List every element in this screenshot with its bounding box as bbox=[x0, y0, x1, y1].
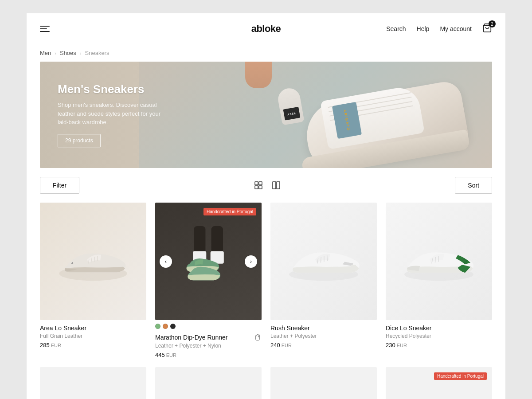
product-name: Area Lo Sneaker bbox=[40, 325, 146, 332]
color-swatches bbox=[155, 324, 262, 329]
svg-rect-22 bbox=[351, 265, 356, 270]
hero-cta-button[interactable]: 29 products bbox=[58, 134, 101, 147]
product-price: 230EUR bbox=[386, 342, 492, 348]
filter-button[interactable]: Filter bbox=[40, 177, 79, 194]
svg-rect-5 bbox=[273, 182, 276, 189]
card-prev-button[interactable]: ‹ bbox=[160, 255, 172, 268]
product-grid: A Area Lo Sneaker Full Grain Leather 285… bbox=[27, 203, 505, 399]
toolbar: Filter Sort bbox=[27, 168, 505, 203]
product-image-wrapper-partial bbox=[155, 367, 262, 399]
help-link[interactable]: Help bbox=[417, 25, 430, 32]
breadcrumb-sep-2: › bbox=[80, 51, 82, 56]
sort-button[interactable]: Sort bbox=[455, 177, 492, 194]
product-material: Leather + Polyester + Nylon bbox=[155, 343, 262, 349]
product-image-wrapper: Handcrafted in Portugal ‹ › bbox=[155, 203, 262, 320]
breadcrumb-men[interactable]: Men bbox=[40, 50, 51, 56]
svg-rect-3 bbox=[255, 186, 258, 189]
product-image-rush bbox=[282, 237, 366, 286]
product-image-wrapper bbox=[270, 203, 377, 320]
product-card[interactable]: Handcrafted in Portugal bbox=[386, 367, 492, 399]
cart-badge: 2 bbox=[489, 20, 496, 27]
svg-line-19 bbox=[321, 257, 321, 262]
svg-text:A: A bbox=[71, 261, 74, 265]
breadcrumb: Men › Shoes › Sneakers bbox=[27, 44, 505, 62]
view-toggle bbox=[251, 178, 283, 192]
product-name: Marathon Dip-Dye Runner bbox=[155, 333, 262, 341]
breadcrumb-sneakers: Sneakers bbox=[85, 50, 110, 56]
sneaker-logo: AXEL bbox=[287, 112, 297, 116]
partial-badge: Handcrafted in Portugal bbox=[434, 372, 487, 380]
product-name: Rush Sneaker bbox=[270, 325, 377, 332]
product-image-wrapper-partial bbox=[270, 367, 377, 399]
product-card[interactable]: Dice Lo Sneaker Recycled Polyester 230EU… bbox=[386, 203, 492, 358]
product-material: Full Grain Leather bbox=[40, 333, 146, 339]
product-card[interactable]: Handcrafted in Portugal ‹ › bbox=[155, 203, 262, 358]
grid-4-icon bbox=[254, 181, 262, 189]
menu-icon[interactable] bbox=[40, 26, 50, 32]
product-price: 445EUR bbox=[155, 352, 262, 358]
wishlist-icon bbox=[254, 333, 262, 341]
grid-2-view-button[interactable] bbox=[269, 178, 283, 192]
product-info: Area Lo Sneaker Full Grain Leather 285EU… bbox=[40, 320, 146, 348]
product-image-wrapper bbox=[386, 203, 492, 320]
arigato-text: ARIGATO bbox=[343, 109, 351, 132]
header: abloke Search Help My account 2 bbox=[27, 13, 505, 44]
sneaker-logo-tag: AXEL bbox=[283, 107, 301, 121]
product-image-dice bbox=[397, 237, 481, 286]
product-card[interactable] bbox=[40, 367, 146, 399]
product-info: Dice Lo Sneaker Recycled Polyester 230EU… bbox=[386, 320, 492, 348]
svg-line-25 bbox=[435, 257, 435, 262]
hero-banner: ARIGATO AXEL Men's Sneakers Shop men's s… bbox=[40, 62, 492, 168]
breadcrumb-sep-1: › bbox=[55, 51, 56, 56]
product-image-wrapper: A bbox=[40, 203, 146, 320]
svg-rect-2 bbox=[259, 182, 262, 185]
product-card[interactable] bbox=[270, 367, 377, 399]
swatch[interactable] bbox=[170, 324, 176, 329]
sneaker-tongue: AXEL bbox=[276, 86, 304, 125]
header-right: Search Help My account 2 bbox=[386, 23, 492, 35]
product-name: Dice Lo Sneaker bbox=[386, 325, 492, 332]
product-material: Leather + Polyester bbox=[270, 333, 377, 339]
hero-title: Men's Sneakers bbox=[58, 82, 164, 96]
product-badge: Handcrafted in Portugal bbox=[203, 208, 256, 215]
svg-rect-4 bbox=[259, 186, 262, 189]
cart-icon-wrapper[interactable]: 2 bbox=[482, 23, 492, 35]
grid-2-icon bbox=[272, 181, 280, 189]
product-info: Marathon Dip-Dye Runner Leather + Polyes… bbox=[155, 329, 262, 358]
hero-hand bbox=[245, 62, 272, 88]
grid-4-view-button[interactable] bbox=[251, 178, 266, 192]
swatch[interactable] bbox=[155, 324, 160, 329]
hero-description: Shop men's sneakers. Discover casual lea… bbox=[58, 101, 164, 127]
product-card[interactable]: A Area Lo Sneaker Full Grain Leather 285… bbox=[40, 203, 146, 358]
svg-line-21 bbox=[327, 255, 328, 261]
breadcrumb-shoes[interactable]: Shoes bbox=[60, 50, 76, 56]
product-card[interactable] bbox=[155, 367, 262, 399]
product-material: Recycled Polyester bbox=[386, 333, 492, 339]
svg-rect-1 bbox=[255, 182, 258, 185]
search-link[interactable]: Search bbox=[386, 25, 406, 32]
svg-line-10 bbox=[94, 257, 95, 262]
product-price: 240EUR bbox=[270, 342, 377, 348]
product-image-wrapper-partial: Handcrafted in Portugal bbox=[386, 367, 492, 399]
product-image-marathon bbox=[171, 226, 246, 297]
logo[interactable]: abloke bbox=[251, 23, 281, 35]
product-price: 285EUR bbox=[40, 342, 146, 348]
card-next-button[interactable]: › bbox=[245, 255, 257, 268]
svg-point-28 bbox=[466, 260, 467, 262]
hero-bg: ARIGATO AXEL bbox=[139, 62, 492, 168]
product-image-wrapper-partial bbox=[40, 367, 146, 399]
product-card[interactable]: Rush Sneaker Leather + Polyester 240EUR bbox=[270, 203, 377, 358]
page-container: abloke Search Help My account 2 Men › Sh… bbox=[27, 13, 505, 399]
svg-rect-6 bbox=[277, 182, 280, 189]
svg-point-27 bbox=[463, 258, 465, 260]
swatch[interactable] bbox=[163, 324, 168, 329]
product-info: Rush Sneaker Leather + Polyester 240EUR bbox=[270, 320, 377, 348]
product-image-area-lo: A bbox=[53, 239, 133, 284]
hero-label: Men's Sneakers Shop men's sneakers. Disc… bbox=[58, 82, 164, 147]
svg-point-29 bbox=[464, 262, 466, 263]
account-link[interactable]: My account bbox=[440, 25, 472, 32]
